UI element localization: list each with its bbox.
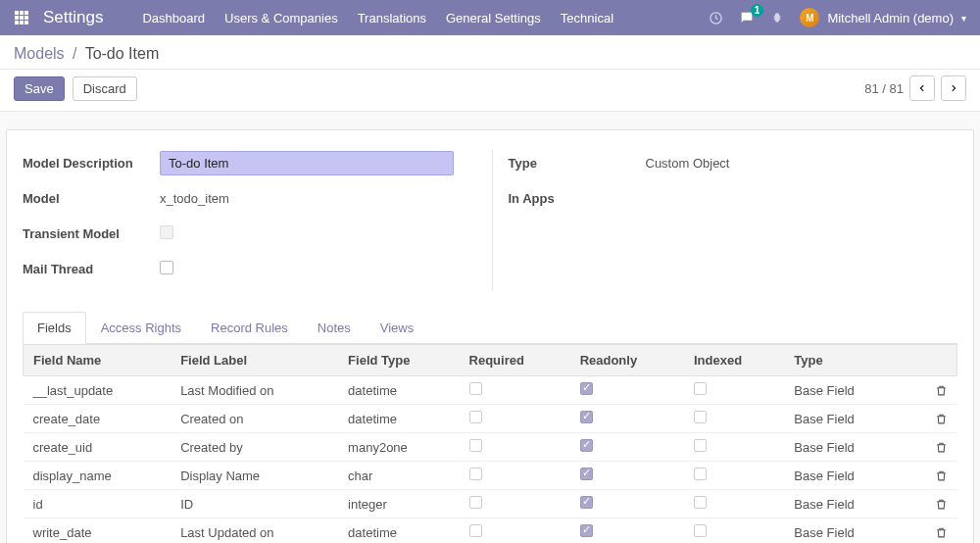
cell-field-name: display_name [24, 462, 172, 490]
clock-icon[interactable] [709, 11, 723, 25]
cell-field-name: create_date [24, 405, 172, 433]
cell-required [460, 462, 570, 490]
form-tabs: Fields Access Rights Record Rules Notes … [23, 311, 957, 344]
trash-icon[interactable] [935, 413, 948, 425]
menu-users-companies[interactable]: Users & Companies [224, 11, 338, 25]
svg-rect-8 [24, 21, 28, 25]
table-row[interactable]: create_uidCreated bymany2oneBase Field [24, 433, 957, 462]
th-field-label[interactable]: Field Label [171, 345, 338, 376]
user-name: Mitchell Admin (demo) [827, 11, 954, 25]
svg-rect-5 [24, 16, 28, 20]
cell-field-label: Created by [171, 433, 338, 462]
top-nav: Settings Dashboard Users & Companies Tra… [0, 0, 980, 35]
checkbox-required[interactable] [469, 468, 482, 480]
input-model-description[interactable] [160, 151, 454, 175]
cell-indexed [684, 518, 784, 544]
checkbox-required[interactable] [469, 439, 482, 452]
cell-delete [925, 490, 957, 518]
th-field-type[interactable]: Field Type [338, 345, 459, 376]
cell-indexed [684, 462, 784, 490]
cell-indexed [684, 405, 784, 433]
checkbox-required[interactable] [469, 496, 482, 509]
cell-required [460, 490, 570, 518]
table-row[interactable]: display_nameDisplay NamecharBase Field [24, 462, 957, 490]
trash-icon[interactable] [935, 441, 948, 454]
cell-type: Base Field [784, 405, 924, 433]
cell-required [460, 405, 570, 433]
table-row[interactable]: __last_updateLast Modified ondatetimeBas… [24, 376, 957, 405]
discard-button[interactable]: Discard [73, 76, 137, 101]
th-required[interactable]: Required [460, 345, 570, 376]
save-button[interactable]: Save [14, 76, 65, 101]
cell-field-name: id [24, 490, 172, 518]
menu-translations[interactable]: Translations [358, 11, 426, 25]
cell-indexed [684, 433, 784, 462]
menu-general-settings[interactable]: General Settings [446, 11, 541, 25]
checkbox-readonly[interactable] [580, 496, 593, 509]
label-transient: Transient Model [23, 226, 160, 241]
checkbox-indexed[interactable] [694, 524, 707, 537]
pager-next-button[interactable] [941, 75, 966, 101]
trash-icon[interactable] [935, 469, 948, 482]
svg-rect-0 [15, 11, 19, 15]
table-row[interactable]: create_dateCreated ondatetimeBase Field [24, 405, 957, 433]
checkbox-indexed[interactable] [694, 468, 707, 480]
tab-notes[interactable]: Notes [303, 312, 366, 344]
th-type[interactable]: Type [784, 345, 924, 376]
trash-icon[interactable] [935, 498, 948, 511]
checkbox-readonly[interactable] [580, 411, 593, 423]
table-row[interactable]: write_dateLast Updated ondatetimeBase Fi… [24, 518, 957, 544]
messaging-icon[interactable]: 1 [739, 10, 755, 25]
svg-rect-3 [15, 16, 19, 20]
cell-field-type: many2one [338, 433, 459, 462]
checkbox-mail-thread[interactable] [160, 261, 173, 274]
checkbox-readonly[interactable] [580, 468, 593, 480]
cell-delete [925, 518, 957, 544]
avatar-icon: M [800, 8, 819, 27]
checkbox-readonly[interactable] [580, 382, 593, 395]
cell-type: Base Field [784, 462, 924, 490]
cell-delete [925, 462, 957, 490]
checkbox-indexed[interactable] [694, 496, 707, 509]
pager-prev-button[interactable] [909, 75, 935, 101]
cell-field-type: datetime [338, 405, 459, 433]
checkbox-indexed[interactable] [694, 411, 707, 423]
menu-dashboard[interactable]: Dashboard [142, 11, 205, 25]
cell-delete [925, 405, 957, 433]
tab-access-rights[interactable]: Access Rights [86, 312, 196, 344]
tab-fields[interactable]: Fields [23, 312, 86, 344]
apps-grid-icon[interactable] [14, 10, 29, 25]
breadcrumb-root[interactable]: Models [14, 45, 65, 62]
checkbox-transient [160, 225, 173, 239]
th-indexed[interactable]: Indexed [684, 345, 784, 376]
pager-text[interactable]: 81 / 81 [864, 81, 904, 96]
cell-readonly [570, 518, 684, 544]
th-readonly[interactable]: Readonly [570, 345, 684, 376]
value-model: x_todo_item [160, 191, 472, 206]
th-field-name[interactable]: Field Name [24, 345, 172, 376]
checkbox-indexed[interactable] [694, 382, 707, 395]
checkbox-indexed[interactable] [694, 439, 707, 452]
app-title[interactable]: Settings [43, 8, 103, 27]
form-columns: Model Description Model x_todo_item Tran… [23, 150, 957, 291]
cell-readonly [570, 433, 684, 462]
sheet-background: Model Description Model x_todo_item Tran… [0, 112, 980, 543]
tab-record-rules[interactable]: Record Rules [196, 312, 303, 344]
checkbox-readonly[interactable] [580, 439, 593, 452]
trash-icon[interactable] [935, 384, 948, 397]
checkbox-required[interactable] [469, 382, 482, 395]
tab-views[interactable]: Views [366, 312, 428, 344]
debug-icon[interactable] [770, 11, 784, 25]
caret-down-icon: ▾ [961, 13, 966, 24]
checkbox-readonly[interactable] [580, 524, 593, 537]
trash-icon[interactable] [935, 526, 948, 539]
table-row[interactable]: idIDintegerBase Field [24, 490, 957, 518]
checkbox-required[interactable] [469, 524, 482, 537]
systray: 1 M Mitchell Admin (demo) ▾ [709, 8, 966, 27]
svg-rect-7 [20, 21, 24, 25]
cell-field-label: Created on [171, 405, 338, 433]
label-model: Model [23, 191, 160, 206]
user-menu[interactable]: M Mitchell Admin (demo) ▾ [800, 8, 966, 27]
checkbox-required[interactable] [469, 411, 482, 423]
menu-technical[interactable]: Technical [561, 11, 613, 25]
